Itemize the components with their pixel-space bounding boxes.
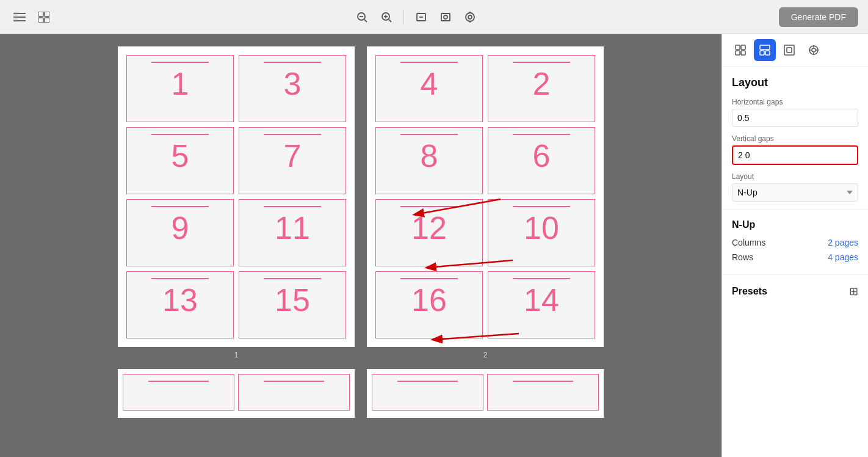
thumb-line <box>151 62 209 63</box>
presets-grid-icon[interactable]: ⊞ <box>849 285 858 298</box>
generate-pdf-button[interactable]: Generate PDF <box>779 7 858 27</box>
svg-point-20 <box>468 15 472 19</box>
fit-page-button[interactable] <box>411 7 431 27</box>
thumb-7: 7 <box>239 127 346 194</box>
svg-rect-28 <box>736 51 740 55</box>
layout-section-title: Layout <box>732 76 858 89</box>
thumb-16: 16 <box>375 271 483 338</box>
toolbar-right: Generate PDF <box>779 7 858 27</box>
thumb-number: 14 <box>524 284 559 316</box>
presets-title: Presets <box>732 286 767 297</box>
nup-section: N-Up Columns 2 pages Rows 4 pages <box>722 210 868 275</box>
svg-point-36 <box>812 48 816 52</box>
svg-point-18 <box>444 15 447 19</box>
layout-toggle-button[interactable] <box>34 7 54 27</box>
svg-rect-17 <box>441 13 450 21</box>
thumb-number: 7 <box>284 140 302 172</box>
svg-rect-33 <box>784 45 794 55</box>
thumb-line <box>513 62 571 63</box>
sidebar-toggle-button[interactable] <box>10 7 29 27</box>
panel-grid-button[interactable] <box>729 39 751 61</box>
thumb-number: 4 <box>421 68 438 100</box>
nup-rows-value[interactable]: 4 pages <box>828 252 858 262</box>
nup-title: N-Up <box>732 219 858 230</box>
zoom-reset-button[interactable] <box>460 7 480 27</box>
thumb-10: 10 <box>488 199 595 266</box>
page-label-1: 1 <box>234 351 239 359</box>
thumb-number: 9 <box>172 212 189 244</box>
thumb-13: 13 <box>126 271 234 338</box>
svg-rect-34 <box>787 48 792 53</box>
svg-rect-31 <box>760 51 764 55</box>
layout-type-select[interactable]: N-Up Booklet Custom <box>732 183 858 202</box>
svg-rect-3 <box>13 12 18 22</box>
svg-rect-4 <box>38 12 43 16</box>
thumb-line <box>151 134 209 135</box>
vertical-gaps-input[interactable] <box>732 145 858 165</box>
svg-rect-5 <box>45 12 49 16</box>
thumb-number: 5 <box>172 140 189 172</box>
thumb-8: 8 <box>375 127 483 194</box>
svg-rect-30 <box>760 45 770 49</box>
thumb-number: 6 <box>533 140 551 172</box>
page-4-partial <box>367 369 604 418</box>
thumb-number: 11 <box>275 212 310 244</box>
panel-layout-button[interactable] <box>754 39 776 61</box>
thumb-line <box>513 381 573 382</box>
thumb-number: 16 <box>411 284 447 316</box>
thumb-line <box>151 206 209 207</box>
fit-width-button[interactable] <box>436 7 455 27</box>
thumb-line <box>400 278 458 279</box>
thumb-14: 14 <box>488 271 595 338</box>
nup-columns-value[interactable]: 2 pages <box>828 238 858 247</box>
vertical-gaps-label: Vertical gaps <box>732 134 858 143</box>
horizontal-gaps-input[interactable] <box>732 109 858 127</box>
thumb-line <box>264 62 322 63</box>
thumb-15: 15 <box>239 271 346 338</box>
layout-section: Layout Horizontal gaps Vertical gaps Lay… <box>722 67 868 210</box>
page-3-partial <box>118 369 355 418</box>
page-label-2: 2 <box>483 351 488 359</box>
thumb-number: 8 <box>421 140 438 172</box>
svg-point-19 <box>466 13 474 21</box>
thumb-2: 2 <box>488 55 595 122</box>
svg-rect-32 <box>765 51 770 55</box>
thumb-1: 1 <box>126 55 234 122</box>
thumb-partial-a <box>123 374 234 411</box>
nup-rows-label: Rows <box>732 252 753 262</box>
thumb-line <box>400 62 458 63</box>
svg-rect-29 <box>741 51 745 55</box>
thumb-line <box>513 134 571 135</box>
thumb-5: 5 <box>126 127 234 194</box>
thumb-number: 13 <box>162 284 198 316</box>
pages-row-2 <box>118 369 604 418</box>
thumb-number: 3 <box>284 68 302 100</box>
thumb-line <box>400 206 458 207</box>
canvas[interactable]: 1 3 5 7 <box>0 34 722 457</box>
thumb-line <box>264 381 324 382</box>
panel-frame-button[interactable] <box>778 39 800 61</box>
horizontal-gaps-label: Horizontal gaps <box>732 98 858 106</box>
right-panel: Layout Horizontal gaps Vertical gaps Lay… <box>722 34 868 457</box>
thumb-line <box>400 134 458 135</box>
thumb-4: 4 <box>375 55 483 122</box>
toolbar-left <box>10 7 54 27</box>
panel-target-button[interactable] <box>803 39 825 61</box>
panel-top-icons <box>722 34 868 67</box>
thumb-9: 9 <box>126 199 234 266</box>
thumb-line <box>264 206 322 207</box>
thumb-line <box>264 278 322 279</box>
svg-rect-27 <box>741 45 745 49</box>
zoom-out-button[interactable] <box>352 7 372 27</box>
zoom-in-button[interactable] <box>377 7 396 27</box>
thumb-partial-b <box>238 374 350 411</box>
nup-columns-label: Columns <box>732 238 765 247</box>
thumb-line <box>264 134 322 135</box>
svg-line-10 <box>364 20 367 22</box>
page-2: 4 2 8 6 <box>367 46 604 347</box>
thumb-line <box>513 206 571 207</box>
presets-header: Presets ⊞ <box>732 285 858 298</box>
svg-rect-7 <box>45 18 49 23</box>
svg-rect-26 <box>736 45 740 49</box>
thumb-partial-d <box>487 374 599 411</box>
